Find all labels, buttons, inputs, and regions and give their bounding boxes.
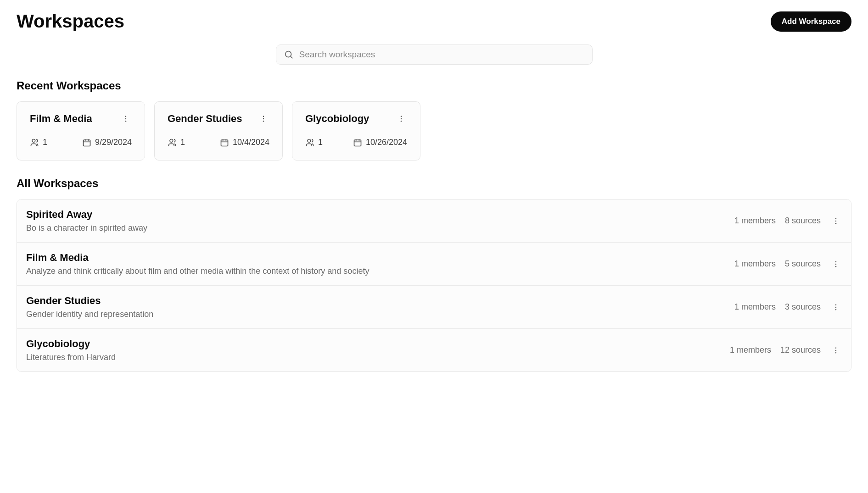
row-sources: 3 sources [785, 302, 821, 312]
svg-rect-6 [83, 140, 90, 146]
row-members: 1 members [734, 216, 776, 226]
row-desc: Gender identity and representation [26, 310, 153, 319]
dots-vertical-icon [122, 115, 130, 123]
list-item[interactable]: Film & Media Analyze and think criticall… [17, 243, 851, 286]
card-date: 9/29/2024 [95, 138, 132, 147]
recent-workspaces-heading: Recent Workspaces [17, 79, 851, 92]
recent-card[interactable]: Gender Studies 1 10/4/2024 [154, 101, 283, 161]
all-workspaces-heading: All Workspaces [17, 177, 851, 190]
svg-point-30 [835, 263, 836, 264]
svg-point-37 [835, 352, 836, 353]
svg-point-28 [835, 223, 836, 224]
svg-point-0 [285, 51, 291, 57]
dots-vertical-icon [832, 346, 840, 355]
svg-rect-22 [354, 140, 361, 146]
row-desc: Analyze and think critically about film … [26, 266, 369, 276]
all-workspaces-list: Spirited Away Bo is a character in spiri… [17, 199, 851, 372]
card-date: 10/4/2024 [233, 138, 269, 147]
users-icon [30, 138, 39, 147]
svg-point-19 [401, 118, 402, 119]
svg-point-20 [401, 121, 402, 122]
row-menu-button[interactable] [830, 344, 842, 356]
row-menu-button[interactable] [830, 301, 842, 313]
list-item[interactable]: Spirited Away Bo is a character in spiri… [17, 199, 851, 243]
svg-point-31 [835, 266, 836, 267]
svg-point-26 [835, 218, 836, 219]
row-members: 1 members [734, 259, 776, 269]
dots-vertical-icon [397, 115, 405, 123]
row-menu-button[interactable] [830, 258, 842, 270]
svg-point-12 [263, 121, 264, 122]
svg-point-36 [835, 349, 836, 350]
row-title: Gender Studies [26, 295, 153, 307]
row-members: 1 members [734, 302, 776, 312]
calendar-icon [82, 138, 91, 147]
recent-card[interactable]: Glycobiology 1 10/26/2024 [292, 101, 420, 161]
add-workspace-button[interactable]: Add Workspace [771, 11, 851, 32]
svg-point-3 [125, 118, 126, 119]
row-title: Glycobiology [26, 338, 116, 350]
users-icon [305, 138, 314, 147]
svg-point-11 [263, 118, 264, 119]
card-members: 1 [318, 138, 323, 147]
row-title: Film & Media [26, 252, 369, 264]
list-item[interactable]: Glycobiology Literatures from Harvard 1 … [17, 329, 851, 371]
calendar-icon [220, 138, 229, 147]
svg-point-2 [125, 116, 126, 117]
svg-point-5 [32, 139, 35, 142]
row-members: 1 members [730, 345, 771, 355]
svg-point-35 [835, 347, 836, 348]
search-icon [284, 50, 294, 60]
recent-workspaces-grid: Film & Media 1 9/29/2024 Gender Studies [17, 101, 851, 161]
row-menu-button[interactable] [830, 215, 842, 227]
svg-point-29 [835, 261, 836, 262]
calendar-icon [353, 138, 362, 147]
svg-point-4 [125, 121, 126, 122]
search-input[interactable] [299, 50, 585, 60]
card-members: 1 [43, 138, 47, 147]
svg-rect-14 [221, 140, 228, 146]
dots-vertical-icon [259, 115, 268, 123]
list-item[interactable]: Gender Studies Gender identity and repre… [17, 286, 851, 329]
dots-vertical-icon [832, 303, 840, 311]
svg-point-18 [401, 116, 402, 117]
row-sources: 12 sources [780, 345, 821, 355]
row-desc: Literatures from Harvard [26, 353, 116, 362]
card-menu-button[interactable] [395, 113, 407, 125]
row-sources: 5 sources [785, 259, 821, 269]
recent-card[interactable]: Film & Media 1 9/29/2024 [17, 101, 145, 161]
svg-point-27 [835, 220, 836, 221]
dots-vertical-icon [832, 260, 840, 268]
card-menu-button[interactable] [120, 113, 132, 125]
card-members: 1 [180, 138, 185, 147]
dots-vertical-icon [832, 217, 840, 225]
card-title: Glycobiology [305, 113, 369, 125]
search-box[interactable] [276, 44, 593, 65]
svg-point-10 [263, 116, 264, 117]
row-sources: 8 sources [785, 216, 821, 226]
users-icon [168, 138, 177, 147]
card-title: Gender Studies [168, 113, 242, 125]
svg-point-21 [308, 139, 311, 142]
row-title: Spirited Away [26, 209, 147, 221]
card-menu-button[interactable] [258, 113, 269, 125]
card-date: 10/26/2024 [366, 138, 407, 147]
svg-point-32 [835, 304, 836, 305]
page-title: Workspaces [17, 11, 124, 32]
row-desc: Bo is a character in spirited away [26, 223, 147, 233]
card-title: Film & Media [30, 113, 92, 125]
svg-line-1 [291, 56, 292, 58]
svg-point-33 [835, 306, 836, 307]
svg-point-34 [835, 309, 836, 310]
svg-point-13 [170, 139, 173, 142]
